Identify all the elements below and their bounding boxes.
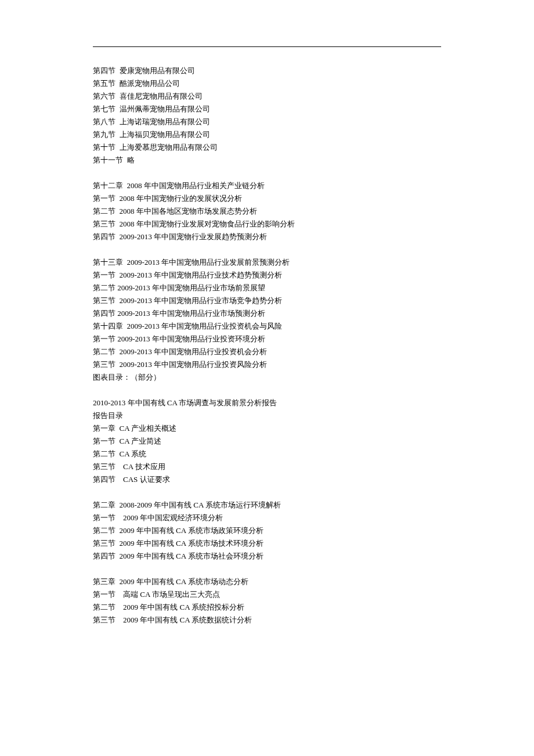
text-line: 第二节 2009-2013 年中国宠物用品行业市场前景展望 bbox=[93, 282, 441, 294]
text-line: 第十三章 2009-2013 年中国宠物用品行业发展前景预测分析 bbox=[93, 256, 441, 269]
blank-line bbox=[93, 384, 441, 397]
text-line: 第四节 爱康宠物用品有限公司 bbox=[93, 64, 441, 77]
text-line: 第五节 酷派宠物用品公司 bbox=[93, 77, 441, 90]
text-line: 第一节 2009-2013 年中国宠物用品行业技术趋势预测分析 bbox=[93, 269, 441, 282]
text-line: 第三章 2009 年中国有线 CA 系统市场动态分析 bbox=[93, 575, 441, 588]
text-line: 第二节 2009 年中国有线 CA 系统招投标分析 bbox=[93, 601, 441, 614]
text-line: 第三节 2009-2013 年中国宠物用品行业投资风险分析 bbox=[93, 358, 441, 371]
document-body: 第四节 爱康宠物用品有限公司第五节 酷派宠物用品公司第六节 喜佳尼宠物用品有限公… bbox=[93, 64, 441, 627]
text-line: 第一节 高端 CA 市场呈现出三大亮点 bbox=[93, 588, 441, 601]
text-line: 第三节 2008 年中国宠物行业发展对宠物食品行业的影响分析 bbox=[93, 218, 441, 231]
text-line: 第十一节 略 bbox=[93, 154, 441, 167]
text-line: 第二节 2009-2013 年中国宠物用品行业投资机会分析 bbox=[93, 345, 441, 358]
text-line: 第十四章 2009-2013 年中国宠物用品行业投资机会与风险 bbox=[93, 320, 441, 333]
text-line: 第三节 2009 年中国有线 CA 系统市场技术环境分析 bbox=[93, 537, 441, 550]
header-divider bbox=[93, 46, 441, 47]
text-line: 第四节 2009 年中国有线 CA 系统市场社会环境分析 bbox=[93, 550, 441, 563]
text-line: 第八节 上海诺瑞宠物用品有限公司 bbox=[93, 116, 441, 128]
text-line: 第六节 喜佳尼宠物用品有限公司 bbox=[93, 90, 441, 103]
text-line: 第四节 2009-2013 年中国宠物用品行业市场预测分析 bbox=[93, 307, 441, 320]
text-line: 第二节 2008 年中国各地区宠物市场发展态势分析 bbox=[93, 205, 441, 218]
text-line: 第一章 CA 产业相关概述 bbox=[93, 422, 441, 435]
text-line: 第二章 2008-2009 年中国有线 CA 系统市场运行环境解析 bbox=[93, 499, 441, 512]
text-line: 第一节 CA 产业简述 bbox=[93, 435, 441, 448]
text-line: 第三节 2009 年中国有线 CA 系统数据统计分析 bbox=[93, 614, 441, 627]
text-line: 第一节 2009-2013 年中国宠物用品行业投资环境分析 bbox=[93, 333, 441, 345]
text-line: 第四节 2009-2013 年中国宠物行业发展趋势预测分析 bbox=[93, 231, 441, 243]
text-line: 2010-2013 年中国有线 CA 市场调查与发展前景分析报告 bbox=[93, 397, 441, 409]
blank-line bbox=[93, 486, 441, 499]
text-line: 第四节 CAS 认证要求 bbox=[93, 473, 441, 486]
text-line: 第二节 2009 年中国有线 CA 系统市场政策环境分析 bbox=[93, 524, 441, 537]
text-line: 报告目录 bbox=[93, 409, 441, 422]
text-line: 第二节 CA 系统 bbox=[93, 448, 441, 460]
blank-line bbox=[93, 243, 441, 256]
text-line: 第一节 2009 年中国宏观经济环境分析 bbox=[93, 512, 441, 524]
text-line: 第七节 温州佩蒂宠物用品有限公司 bbox=[93, 103, 441, 116]
text-line: 第一节 2008 年中国宠物行业的发展状况分析 bbox=[93, 192, 441, 205]
text-line: 第十二章 2008 年中国宠物用品行业相关产业链分析 bbox=[93, 179, 441, 192]
blank-line bbox=[93, 563, 441, 575]
text-line: 图表目录：（部分） bbox=[93, 371, 441, 384]
text-line: 第三节 2009-2013 年中国宠物用品行业市场竞争趋势分析 bbox=[93, 294, 441, 307]
text-line: 第十节 上海爱慕思宠物用品有限公司 bbox=[93, 141, 441, 154]
text-line: 第九节 上海福贝宠物用品有限公司 bbox=[93, 128, 441, 141]
document-page: 第四节 爱康宠物用品有限公司第五节 酷派宠物用品公司第六节 喜佳尼宠物用品有限公… bbox=[0, 0, 534, 673]
text-line: 第三节 CA 技术应用 bbox=[93, 460, 441, 473]
blank-line bbox=[93, 167, 441, 179]
